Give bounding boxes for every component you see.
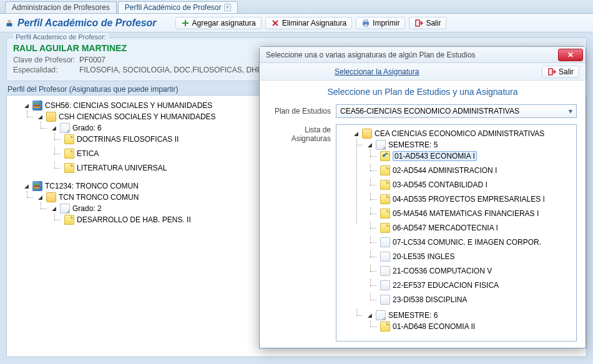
tree-label: 04-AD535 PROYECTOS EMPRESARIALES I (393, 195, 545, 204)
collapse-icon[interactable]: ◢ (366, 312, 373, 319)
add-asignatura-button[interactable]: Agregar asignatura (175, 17, 262, 29)
exit-icon (547, 67, 556, 76)
tree-label: 22-EF537 EDUCACION FISICA (393, 281, 499, 290)
doc-icon (380, 237, 390, 247)
tree-item[interactable]: DOCTRINAS FILOSOFICAS II (64, 134, 179, 144)
doc-icon (380, 280, 390, 290)
tab-admin-profesores[interactable]: Administracion de Profesores (5, 1, 117, 13)
collapse-icon[interactable]: ◢ (353, 130, 360, 137)
tree-item[interactable]: 22-EF537 EDUCACION FISICA (380, 280, 499, 290)
close-icon: ✕ (567, 51, 574, 59)
tree-label: 07-LC534 COMUNIC. E IMAGEN CORPOR. (393, 238, 541, 247)
dialog-heading: Seleccione un Plan de Estudios y una Asi… (268, 87, 577, 97)
tree-label: 21-CO536 COMPUTACION V (393, 267, 492, 275)
professor-icon (5, 19, 14, 27)
toolbar: Agregar asignatura Eliminar Asignatura I… (175, 17, 447, 29)
button-label: Eliminar Asignatura (282, 19, 346, 27)
tree-item[interactable]: 05-MA546 MATEMATICAS FINANCIERAS I (380, 209, 539, 219)
tree-item[interactable]: 01-AD648 ECONOMIA II (380, 322, 475, 332)
tab-perfil-academico[interactable]: Perfil Académico de Profesor × (118, 1, 238, 13)
tree-item[interactable]: 03-AD545 CONTABILIDAD I (380, 180, 488, 190)
tree-label: 20-LE535 INGLES (393, 252, 454, 261)
tree-item[interactable]: 07-LC534 COMUNIC. E IMAGEN CORPOR. (380, 237, 541, 247)
print-button[interactable]: Imprimir (356, 17, 405, 29)
tree-item[interactable]: DESARROLLO DE HAB. PENS. II (64, 215, 191, 225)
tree-label: 01-AD543 ECONOMIA I (393, 151, 477, 161)
delete-asignatura-button[interactable]: Eliminar Asignatura (265, 17, 352, 29)
tree-grade-6[interactable]: ◢ Grado: 6 (51, 123, 102, 133)
tree-label: DESARROLLO DE HAB. PENS. II (77, 215, 191, 224)
tab-bar: Administracion de Profesores Perfil Acad… (0, 0, 593, 14)
tree-label: DOCTRINAS FILOSOFICAS II (77, 135, 179, 144)
printer-icon (361, 19, 370, 27)
asignaturas-tree[interactable]: ◢ CEA CIENCIAS ECONOMICO ADMINISTRATIVAS… (336, 124, 577, 342)
tree-item[interactable]: 01-AD543 ECONOMIA I (380, 151, 477, 161)
collapse-icon[interactable]: ◢ (366, 142, 373, 149)
tree-item[interactable]: 06-AD547 MERCADOTECNIA I (380, 223, 498, 233)
page-title: Perfil Académico de Profesor (17, 17, 157, 29)
tree-label: ETICA (77, 149, 99, 158)
tree-area-csh[interactable]: ◢ CSH CIENCIAS SOCIALES Y HUMANIDADES (37, 112, 216, 122)
header-bar: Perfil Académico de Profesor Agregar asi… (0, 14, 593, 32)
folder-icon (362, 129, 372, 139)
plus-icon (181, 19, 190, 27)
dialog-exit-button[interactable]: Salir (542, 66, 579, 78)
tree-item[interactable]: LITERATURA UNIVERSAL (64, 163, 167, 173)
dialog-titlebar[interactable]: Seleccione una o varias asignaturas de a… (260, 47, 586, 63)
tree-semester-6[interactable]: ◢ SEMESTRE: 6 (366, 310, 438, 320)
doc-icon (380, 266, 390, 276)
tree-root-csh56[interactable]: ◢ CSH56: CIENCIAS SOCIALES Y HUMANIDADES (23, 101, 212, 111)
collapse-icon[interactable]: ◢ (37, 194, 44, 201)
dialog-close-button[interactable]: ✕ (558, 49, 583, 61)
dialog-body: Seleccione un Plan de Estudios y una Asi… (260, 81, 586, 348)
doc-icon (64, 149, 74, 159)
tree-item[interactable]: 20-LE535 INGLES (380, 252, 454, 262)
tree-label: CSH CIENCIAS SOCIALES Y HUMANIDADES (59, 112, 216, 121)
tree-item[interactable]: ETICA (64, 149, 99, 159)
doc-icon (380, 295, 390, 305)
collapse-icon[interactable]: ◢ (37, 114, 44, 121)
tree-area-tcn[interactable]: ◢ TCN TRONCO COMUN (37, 192, 139, 202)
tree-label: 02-AD544 ADMINISTRACION I (393, 166, 497, 175)
select-asignatura-link[interactable]: Seleccionar la Asignatura (328, 66, 425, 77)
note-icon (376, 140, 386, 150)
tree-label: SEMESTRE: 5 (388, 140, 438, 149)
doc-icon (380, 165, 390, 175)
tree-item[interactable]: 02-AD544 ADMINISTRACION I (380, 165, 497, 175)
chevron-down-icon: ▾ (569, 107, 572, 116)
svg-rect-3 (182, 22, 189, 24)
select-asignatura-dialog: Seleccione una o varias asignaturas de a… (259, 46, 586, 348)
especialidad-value: FILOSOFIA, SOCIOLOGIA, DOC.FILOSOFICAS, … (79, 66, 262, 74)
svg-rect-5 (364, 20, 368, 22)
clave-label: Clave de Profesor: (13, 56, 76, 64)
folder-icon (46, 112, 56, 122)
collapse-icon[interactable]: ◢ (23, 102, 30, 109)
doc-icon (380, 209, 390, 219)
doc-icon (380, 223, 390, 233)
plan-row: Plan de Estudios CEA56-CIENCIAS ECONOMIC… (268, 104, 577, 118)
button-label: Agregar asignatura (192, 19, 256, 27)
collapse-icon[interactable]: ◢ (23, 183, 30, 190)
close-icon[interactable]: × (224, 4, 232, 11)
collapse-icon[interactable]: ◢ (51, 125, 57, 132)
exit-button[interactable]: Salir (409, 17, 446, 29)
svg-rect-1 (7, 23, 12, 26)
plan-select[interactable]: CEA56-CIENCIAS ECONOMICO ADMINISTRATIVAS… (336, 104, 577, 118)
combo-value: CEA56-CIENCIAS ECONOMICO ADMINISTRATIVAS (340, 107, 519, 116)
tree-grade-2[interactable]: ◢ Grado: 2 (51, 204, 102, 214)
dialog-toolbar: Seleccionar la Asignatura Salir (260, 63, 586, 81)
tree-item[interactable]: 21-CO536 COMPUTACION V (380, 266, 492, 276)
tree-label: 05-MA546 MATEMATICAS FINANCIERAS I (393, 209, 539, 218)
folder-icon (46, 192, 56, 202)
tree-semester-5[interactable]: ◢ SEMESTRE: 5 (366, 140, 438, 150)
clave-value: PF0007 (79, 56, 105, 64)
doc-icon (64, 215, 74, 225)
tree-item[interactable]: 23-DI538 DISCIPLINA (380, 295, 467, 305)
tree-root-cea[interactable]: ◢ CEA CIENCIAS ECONOMICO ADMINISTRATIVAS (353, 129, 544, 139)
tree-root-tc1234[interactable]: ◢ TC1234: TRONCO COMUN (23, 181, 139, 191)
collapse-icon[interactable]: ◢ (51, 205, 57, 212)
doc-icon (380, 194, 390, 204)
tree-item[interactable]: 04-AD535 PROYECTOS EMPRESARIALES I (380, 194, 545, 204)
tree-label: CSH56: CIENCIAS SOCIALES Y HUMANIDADES (45, 101, 212, 110)
doc-icon (64, 134, 74, 144)
